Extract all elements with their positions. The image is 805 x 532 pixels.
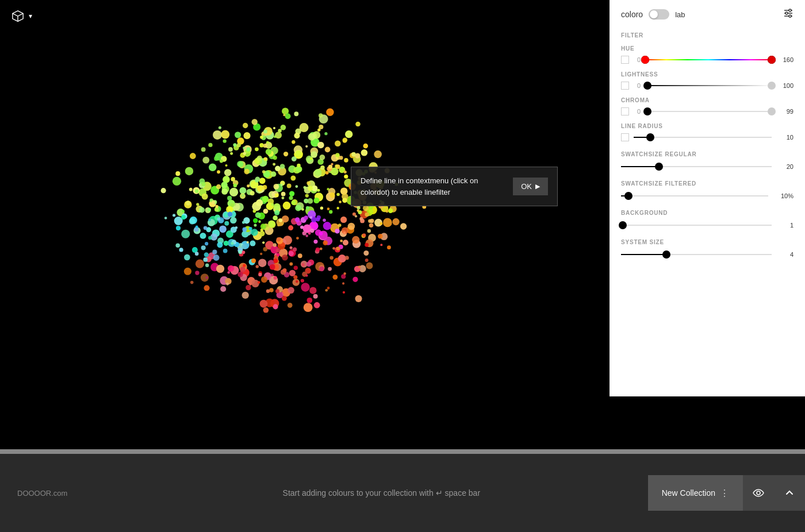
- svg-point-412: [276, 248, 280, 252]
- svg-point-482: [368, 219, 371, 223]
- hue-thumb-start[interactable]: [641, 56, 649, 64]
- svg-point-546: [320, 248, 323, 250]
- svg-point-582: [241, 194, 244, 196]
- swatchsize-filtered-thumb[interactable]: [624, 192, 632, 200]
- svg-point-46: [181, 230, 190, 238]
- svg-point-403: [231, 177, 235, 182]
- svg-point-385: [181, 215, 186, 219]
- svg-point-287: [307, 298, 313, 303]
- svg-point-363: [204, 252, 209, 257]
- svg-point-313: [161, 188, 166, 193]
- svg-point-533: [218, 126, 221, 129]
- lightness-checkbox[interactable]: [621, 82, 629, 90]
- tooltip-ok-button[interactable]: OK ▶: [513, 178, 548, 195]
- svg-point-190: [366, 263, 373, 269]
- line-radius-thumb[interactable]: [646, 133, 654, 141]
- svg-point-346: [273, 215, 278, 221]
- svg-point-164: [242, 292, 249, 299]
- svg-point-212: [228, 265, 234, 272]
- svg-point-405: [175, 244, 180, 248]
- new-collection-button[interactable]: New Collection ⋮: [648, 475, 743, 511]
- svg-point-555: [343, 232, 346, 235]
- svg-point-499: [325, 171, 329, 175]
- background-row: 1: [621, 221, 793, 230]
- svg-point-36: [195, 260, 204, 268]
- lightness-slider-container: [645, 81, 772, 90]
- svg-point-318: [308, 186, 313, 191]
- mode-toggle[interactable]: [649, 9, 669, 20]
- svg-point-235: [314, 302, 320, 309]
- svg-point-71: [216, 265, 224, 273]
- hue-thumb-end[interactable]: [768, 56, 776, 64]
- chroma-checkbox[interactable]: [621, 107, 629, 115]
- svg-point-194: [310, 151, 317, 158]
- svg-point-180: [243, 132, 250, 139]
- svg-point-229: [189, 218, 195, 225]
- lightness-thumb[interactable]: [643, 82, 651, 90]
- svg-point-302: [246, 285, 251, 290]
- svg-point-462: [273, 243, 277, 247]
- svg-point-356: [304, 199, 308, 203]
- svg-point-511: [323, 219, 326, 222]
- svg-point-522: [243, 264, 246, 267]
- chroma-thumb-start[interactable]: [643, 107, 651, 115]
- background-slider: [621, 221, 772, 230]
- svg-point-538: [242, 221, 245, 223]
- background-thumb[interactable]: [619, 221, 627, 229]
- expand-button[interactable]: [774, 475, 805, 511]
- svg-point-348: [228, 211, 233, 217]
- svg-point-184: [275, 132, 282, 138]
- line-radius-max-val: 10: [776, 134, 793, 141]
- svg-point-605: [789, 15, 791, 17]
- lightness-min-val: 0: [634, 82, 641, 89]
- doooor-brand: DOOOOR.com: [17, 489, 67, 498]
- svg-point-597: [305, 275, 308, 277]
- hint-text: Start adding colours to your collection …: [283, 488, 481, 498]
- system-size-val: 4: [776, 251, 793, 258]
- svg-point-439: [275, 289, 279, 293]
- chevron-up-icon: [785, 488, 794, 498]
- svg-point-476: [279, 218, 282, 222]
- svg-point-204: [221, 182, 227, 188]
- svg-point-563: [308, 232, 311, 235]
- svg-point-101: [374, 151, 382, 159]
- lightness-thumb-end[interactable]: [768, 82, 776, 90]
- lab-label: lab: [675, 10, 685, 19]
- svg-point-487: [356, 206, 360, 210]
- svg-point-332: [282, 296, 287, 301]
- svg-point-567: [249, 283, 252, 286]
- svg-point-198: [361, 149, 368, 156]
- line-radius-row: 10: [621, 133, 793, 142]
- svg-point-560: [258, 281, 260, 284]
- svg-point-382: [287, 184, 292, 188]
- svg-point-428: [237, 143, 241, 147]
- swatchsize-regular-thumb[interactable]: [655, 163, 663, 171]
- svg-point-467: [367, 229, 371, 233]
- svg-point-236: [295, 205, 301, 211]
- svg-point-154: [315, 169, 321, 176]
- svg-point-272: [343, 240, 348, 245]
- svg-point-594: [281, 184, 283, 186]
- system-size-thumb[interactable]: [662, 250, 670, 259]
- svg-point-402: [319, 113, 323, 118]
- svg-point-507: [260, 136, 263, 139]
- app-logo[interactable]: [9, 7, 26, 25]
- hue-checkbox[interactable]: [621, 56, 629, 64]
- hue-label: HUE: [621, 45, 793, 52]
- svg-point-352: [253, 218, 258, 223]
- svg-point-304: [274, 210, 279, 215]
- preview-button[interactable]: [743, 475, 774, 511]
- app-dropdown-chevron[interactable]: ▾: [29, 12, 32, 20]
- swatchsize-regular-label: SWATCHSIZE REGULAR: [621, 151, 793, 157]
- svg-point-134: [219, 225, 227, 233]
- line-radius-checkbox[interactable]: [621, 133, 629, 141]
- svg-point-588: [305, 145, 308, 148]
- chroma-thumb-end[interactable]: [768, 107, 776, 115]
- svg-point-214: [235, 132, 241, 138]
- svg-point-27: [301, 283, 309, 291]
- settings-icon[interactable]: [783, 8, 793, 21]
- svg-point-515: [243, 152, 247, 155]
- svg-point-518: [256, 265, 259, 268]
- color-canvas[interactable]: ▾ // Generate color dots programmaticall…: [0, 0, 575, 454]
- svg-point-456: [204, 226, 208, 230]
